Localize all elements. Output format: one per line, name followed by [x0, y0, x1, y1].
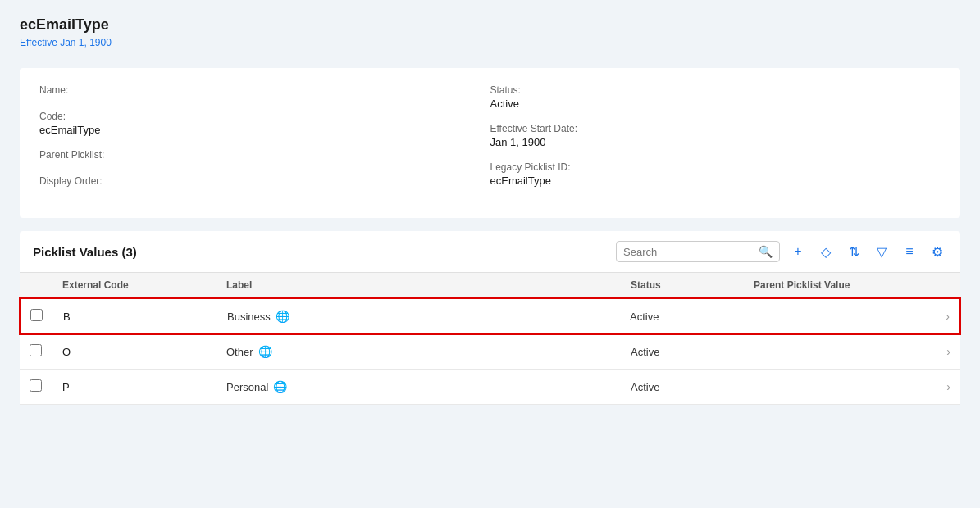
parent-picklist-label: Parent Picklist: [39, 149, 490, 161]
detail-status-row: Status: Active [490, 84, 941, 110]
status-cell: Active [630, 311, 753, 323]
detail-code-row: Code: ecEmailType [39, 111, 490, 136]
search-icon[interactable]: 🔍 [759, 245, 773, 258]
label-cell: Personal 🌐 [226, 380, 631, 393]
label-text: Other [226, 346, 253, 358]
external-code-cell: B [63, 311, 227, 323]
add-icon[interactable]: + [788, 242, 808, 261]
row-checkbox[interactable] [30, 379, 62, 394]
label-text: Business [227, 311, 271, 323]
detail-legacy-id-row: Legacy Picklist ID: ecEmailType [490, 161, 941, 187]
external-code-cell: O [62, 346, 226, 358]
filter-icon[interactable]: ▽ [872, 242, 891, 261]
page-container: ecEmailType Effective Jan 1, 1900 Name: … [0, 0, 980, 508]
status-value: Active [490, 98, 941, 110]
globe-icon: 🌐 [273, 380, 287, 393]
legacy-id-label: Legacy Picklist ID: [490, 161, 941, 173]
header-label: Label [226, 279, 631, 291]
status-cell: Active [631, 346, 754, 358]
start-date-value: Jan 1, 1900 [490, 136, 941, 148]
table-row[interactable]: P Personal 🌐 Active › [20, 370, 960, 405]
name-label: Name: [39, 84, 490, 96]
table-header: External Code Label Status Parent Pickli… [20, 273, 960, 298]
status-label: Status: [490, 84, 941, 96]
globe-icon: 🌐 [276, 310, 289, 323]
start-date-label: Effective Start Date: [490, 123, 941, 134]
globe-icon: 🌐 [258, 345, 272, 358]
detail-start-date-row: Effective Start Date: Jan 1, 1900 [490, 123, 941, 148]
header-parent-picklist-value: Parent Picklist Value [754, 279, 918, 291]
columns-icon[interactable]: ≡ [900, 242, 919, 261]
picklist-toolbar: 🔍 + ◇ ⇅ ▽ ≡ ⚙ [616, 241, 947, 262]
settings-icon[interactable]: ⚙ [928, 242, 947, 261]
detail-name-row: Name: [39, 84, 490, 98]
search-box[interactable]: 🔍 [616, 241, 780, 262]
status-cell: Active [631, 381, 754, 393]
page-title: ecEmailType [20, 16, 960, 34]
label-text: Personal [226, 381, 268, 393]
chevron-right-icon[interactable]: › [918, 345, 950, 358]
picklist-title: Picklist Values (3) [33, 245, 137, 259]
external-code-cell: P [62, 381, 226, 393]
detail-display-order-row: Display Order: [39, 175, 490, 188]
code-label: Code: [39, 111, 490, 122]
detail-col-right: Status: Active Effective Start Date: Jan… [490, 84, 941, 202]
sort-icon[interactable]: ⇅ [844, 242, 864, 261]
detail-grid: Name: Code: ecEmailType Parent Picklist:… [39, 84, 941, 202]
header-status: Status [631, 279, 754, 291]
table-row[interactable]: B Business 🌐 Active › [19, 297, 961, 335]
chevron-right-icon[interactable]: › [917, 310, 950, 323]
chevron-right-icon[interactable]: › [918, 380, 950, 393]
picklist-section: Picklist Values (3) 🔍 + ◇ ⇅ ▽ ≡ ⚙ Extern… [20, 231, 960, 405]
detail-parent-picklist-row: Parent Picklist: [39, 149, 490, 162]
display-order-label: Display Order: [39, 175, 490, 187]
detail-section: Name: Code: ecEmailType Parent Picklist:… [20, 68, 960, 218]
row-checkbox[interactable] [30, 344, 62, 359]
table-row[interactable]: O Other 🌐 Active › [20, 334, 960, 370]
picklist-header: Picklist Values (3) 🔍 + ◇ ⇅ ▽ ≡ ⚙ [20, 231, 960, 273]
label-cell: Other 🌐 [226, 345, 631, 358]
page-header: ecEmailType Effective Jan 1, 1900 [20, 16, 960, 48]
header-external-code: External Code [62, 279, 226, 291]
legacy-id-value: ecEmailType [490, 175, 941, 187]
search-input[interactable] [623, 246, 759, 258]
code-value: ecEmailType [39, 124, 490, 136]
label-cell: Business 🌐 [227, 310, 630, 323]
row-checkbox[interactable] [30, 309, 63, 324]
effective-date: Effective Jan 1, 1900 [20, 37, 960, 48]
diamond-icon[interactable]: ◇ [816, 242, 836, 261]
detail-col-left: Name: Code: ecEmailType Parent Picklist:… [39, 84, 490, 202]
